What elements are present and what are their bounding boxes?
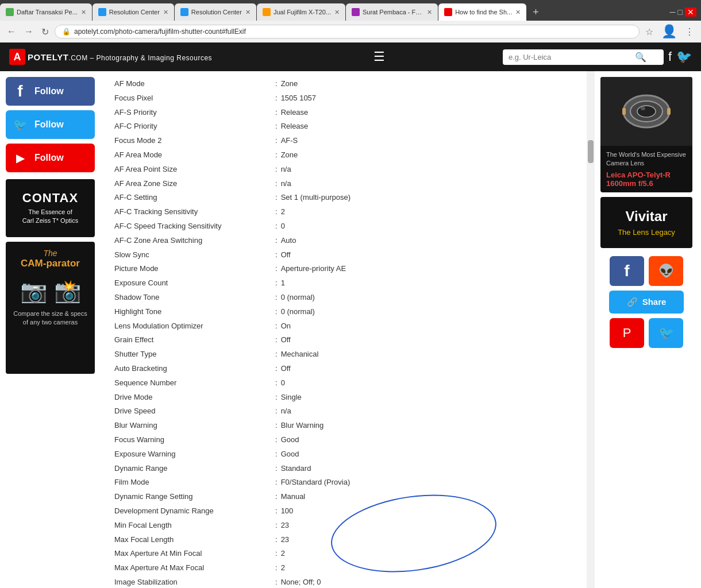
share-twitter-button[interactable]: 🐦 (649, 318, 683, 348)
lock-icon: 🔒 (62, 28, 71, 36)
exif-separator: : (275, 334, 278, 346)
chrome-menu-icon[interactable]: ⋮ (683, 26, 696, 37)
share-reddit-button[interactable]: 👽 (649, 256, 683, 286)
hamburger-menu[interactable]: ☰ (369, 47, 390, 67)
leica-ad[interactable]: The World's Most Expensive Camera Lens L… (600, 77, 692, 192)
exif-separator: : (275, 92, 278, 105)
exif-row: Auto Bracketing:Off (114, 362, 579, 376)
camparator-ad[interactable]: The CAM-parator 📷 📸 Compare the size & s… (6, 242, 95, 374)
tab-3-close[interactable]: ✕ (245, 9, 251, 16)
minimize-button[interactable]: ─ (670, 7, 676, 17)
tab-5[interactable]: Surat Pembaca - Fo... ✕ (346, 3, 438, 21)
exif-value: Set 1 (multi-purpose) (281, 192, 350, 204)
forward-button[interactable]: → (22, 25, 36, 38)
contax-subtitle: The Essence of Carl Zeiss T* Optics (13, 208, 88, 226)
exif-row: AF Area Mode:Zone (114, 148, 579, 163)
exif-row: AF-C Zone Area Switching:Auto (114, 234, 579, 248)
exif-key: Lens Modulation Optimizer (114, 320, 275, 332)
search-button[interactable]: 🔍 (635, 52, 646, 63)
twitter-follow-label: Follow (34, 119, 64, 130)
right-sidebar: The World's Most Expensive Camera Lens L… (595, 71, 701, 588)
share-label: Share (642, 297, 667, 307)
tab-1[interactable]: Daftar Transaksi Pe... ✕ (0, 3, 92, 21)
close-button[interactable]: ✕ (685, 7, 696, 17)
address-bar-row: ← → ↻ 🔒 apotelyt.com/photo-camera/fujifi… (0, 21, 701, 42)
exif-row: Dynamic Range Setting:Manual (114, 490, 579, 504)
back-button[interactable]: ← (5, 25, 18, 38)
exif-row: AF Area Zone Size:n/a (114, 177, 579, 191)
exif-key: Max Focal Length (114, 534, 275, 546)
exif-key: Shutter Type (114, 349, 275, 361)
header-twitter-icon[interactable]: 🐦 (676, 49, 692, 64)
leica-ad-title: The World's Most Expensive Camera Lens (606, 150, 687, 168)
share-button[interactable]: 🔗 Share (609, 291, 684, 314)
exif-value: Auto (281, 235, 296, 247)
exif-separator: : (275, 363, 278, 375)
account-icon[interactable]: 👤 (659, 24, 679, 39)
tab-1-close[interactable]: ✕ (81, 9, 86, 16)
exif-key: Exposure Count (114, 277, 275, 289)
exif-row: Grain Effect:Off (114, 333, 579, 347)
exif-row: Image Stabilization:None; Off; 0 (114, 575, 579, 588)
camparator-the: The (13, 249, 88, 258)
reload-button[interactable]: ↻ (39, 25, 51, 38)
tab-3[interactable]: Resolution Center ✕ (175, 3, 256, 21)
site-header: A POTELYT.COM – Photography & Imaging Re… (0, 42, 701, 71)
youtube-follow-button[interactable]: ▶ Follow (6, 144, 95, 172)
search-input[interactable] (509, 53, 635, 61)
tab-2-close[interactable]: ✕ (163, 9, 168, 16)
camparator-description: Compare the size & specs of any two came… (13, 310, 88, 327)
exif-key: Dynamic Range Setting (114, 491, 275, 503)
exif-value: Off (281, 334, 291, 346)
vivitar-ad[interactable]: Vivitar The Lens Legacy (600, 197, 692, 248)
address-bar[interactable]: 🔒 apotelyt.com/photo-camera/fujifilm-shu… (55, 25, 640, 38)
scrollbar[interactable] (587, 71, 595, 588)
tab-4[interactable]: Jual Fujifilm X-T20... ✕ (257, 3, 345, 21)
exif-row: Focus Warning:Good (114, 433, 579, 447)
exif-separator: : (275, 448, 278, 461)
tab-2-label: Resolution Center (109, 9, 160, 16)
header-facebook-icon[interactable]: f (668, 49, 672, 64)
exif-row: AF Mode:Zone (114, 77, 579, 91)
exif-separator: : (275, 220, 278, 233)
exif-value: n/a (281, 164, 291, 176)
tab-3-label: Resolution Center (191, 9, 242, 16)
tab-2[interactable]: Resolution Center ✕ (93, 3, 174, 21)
exif-key: Auto Bracketing (114, 363, 275, 375)
exif-key: AF-S Priority (114, 107, 275, 119)
exif-row: Max Aperture At Min Focal:2 (114, 547, 579, 561)
share-pinterest-button[interactable]: P (610, 318, 644, 348)
exif-value: 100 (281, 505, 294, 517)
exif-separator: : (275, 562, 278, 574)
tab-5-close[interactable]: ✕ (427, 9, 432, 16)
exif-row: Shadow Tone:0 (normal) (114, 291, 579, 305)
exif-list: AF Mode:ZoneFocus Pixel:1505 1057AF-S Pr… (114, 77, 579, 588)
exif-row: Dynamic Range:Standard (114, 462, 579, 476)
new-tab-button[interactable]: + (529, 6, 542, 18)
exif-separator: : (275, 292, 278, 304)
exif-row: Focus Pixel:1505 1057 (114, 91, 579, 106)
tab-4-close[interactable]: ✕ (334, 9, 340, 16)
camera-icon-1: 📷 (20, 278, 47, 304)
exif-row: Max Aperture At Max Focal:2 (114, 561, 579, 575)
exif-separator: : (275, 405, 278, 417)
tab-6-active[interactable]: How to find the Sh... ✕ (438, 3, 526, 21)
exif-separator: : (275, 534, 278, 546)
facebook-follow-button[interactable]: f Follow (6, 77, 95, 106)
share-row-bottom: P 🐦 (600, 318, 692, 348)
svg-point-2 (637, 106, 656, 117)
tab-6-close[interactable]: ✕ (515, 9, 521, 16)
tab-5-label: Surat Pembaca - Fo... (363, 9, 423, 16)
facebook-icon: f (6, 77, 34, 106)
share-facebook-button[interactable]: f (610, 256, 644, 286)
exif-value: n/a (281, 405, 291, 417)
contax-ad[interactable]: CONTAX The Essence of Carl Zeiss T* Opti… (6, 179, 95, 237)
bookmark-icon[interactable]: ☆ (643, 26, 656, 37)
share-icon: 🔗 (627, 297, 638, 307)
exif-value: Aperture-priority AE (281, 263, 346, 275)
tab-1-label: Daftar Transaksi Pe... (17, 9, 78, 16)
twitter-follow-button[interactable]: 🐦 Follow (6, 110, 95, 139)
maximize-button[interactable]: □ (678, 7, 683, 17)
logo-area: A POTELYT.COM – Photography & Imaging Re… (9, 49, 256, 65)
exif-value: n/a (281, 178, 291, 190)
